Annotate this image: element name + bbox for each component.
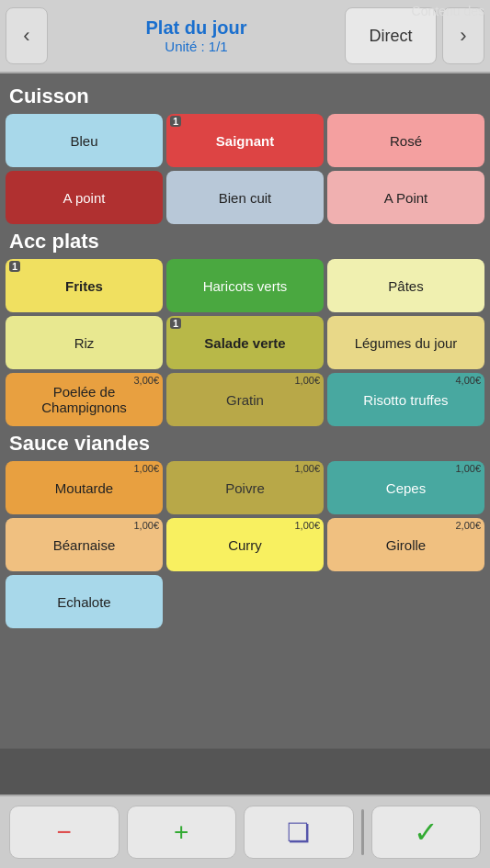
cell-cuisson-2[interactable]: Rosé (327, 114, 484, 167)
cell-label-sauce-viandes-1: Poivre (225, 480, 265, 496)
plus-button[interactable]: + (127, 806, 237, 859)
cell-sauce-viandes-3[interactable]: 1,00€Béarnaise (6, 518, 163, 571)
copy-icon: ❏ (287, 817, 310, 848)
cell-sauce-viandes-5[interactable]: 2,00€Girolle (327, 518, 484, 571)
cell-label-acc-plats-5: Légumes du jour (355, 335, 458, 351)
cell-label-sauce-viandes-0: Moutarde (55, 480, 113, 496)
cell-sauce-viandes-4[interactable]: 1,00€Curry (166, 518, 324, 571)
cell-label-acc-plats-3: Riz (74, 335, 95, 351)
next-icon: › (460, 24, 466, 48)
contenu-label: Contenu des (412, 4, 484, 18)
badge-acc-plats-0: 1 (9, 261, 20, 272)
check-icon: ✓ (414, 815, 439, 850)
cell-acc-plats-1[interactable]: Haricots verts (166, 259, 324, 312)
badge-cuisson-1: 1 (170, 116, 181, 127)
badge-acc-plats-4: 1 (170, 318, 181, 329)
main-content: CuissonBleu1SaignantRoséA pointBien cuit… (0, 73, 490, 749)
price-sauce-viandes-5: 2,00€ (455, 520, 481, 531)
cell-acc-plats-8[interactable]: 4,00€Risotto truffes (327, 373, 484, 426)
price-sauce-viandes-4: 1,00€ (294, 520, 320, 531)
cell-label-acc-plats-8: Risotto truffes (363, 392, 448, 408)
price-acc-plats-6: 3,00€ (133, 375, 159, 386)
plate-subtitle: Unité : 1/1 (165, 39, 227, 54)
section-title-acc-plats: Acc plats (9, 230, 484, 254)
cell-label-cuisson-1: Saignant (216, 133, 274, 149)
cell-label-cuisson-4: Bien cuit (219, 190, 272, 206)
cell-label-cuisson-2: Rosé (390, 133, 422, 149)
cell-label-acc-plats-4: Salade verte (204, 335, 285, 351)
cell-label-sauce-viandes-4: Curry (228, 537, 262, 553)
cell-label-acc-plats-1: Haricots verts (203, 278, 288, 294)
cell-cuisson-3[interactable]: A point (6, 171, 163, 224)
cell-cuisson-1[interactable]: 1Saignant (166, 114, 324, 167)
section-title-sauce-viandes: Sauce viandes (9, 432, 484, 456)
cell-acc-plats-2[interactable]: Pâtes (327, 259, 484, 312)
cell-label-cuisson-5: A Point (384, 190, 428, 206)
cell-acc-plats-4[interactable]: 1Salade verte (166, 316, 324, 369)
price-sauce-viandes-3: 1,00€ (133, 520, 159, 531)
cell-cuisson-5[interactable]: A Point (327, 171, 484, 224)
cell-sauce-viandes-1[interactable]: 1,00€Poivre (166, 461, 324, 514)
section-grid-acc-plats: 1FritesHaricots vertsPâtesRiz1Salade ver… (6, 259, 484, 426)
bottom-bar: − + ❏ ✓ (0, 795, 490, 868)
cell-cuisson-0[interactable]: Bleu (6, 114, 163, 167)
cell-label-acc-plats-7: Gratin (226, 392, 264, 408)
price-sauce-viandes-2: 1,00€ (455, 463, 481, 474)
price-acc-plats-8: 4,00€ (455, 375, 481, 386)
copy-button[interactable]: ❏ (244, 806, 354, 859)
cell-label-sauce-viandes-5: Girolle (386, 537, 426, 553)
minus-button[interactable]: − (9, 806, 120, 859)
cell-sauce-viandes-6[interactable]: Echalote (6, 575, 163, 628)
confirm-button[interactable]: ✓ (371, 806, 482, 859)
direct-label: Direct (369, 27, 412, 46)
price-sauce-viandes-1: 1,00€ (294, 463, 320, 474)
plate-title: Plat du jour (146, 17, 247, 39)
cell-acc-plats-6[interactable]: 3,00€Poelée de Champignons (6, 373, 163, 426)
section-title-cuisson: Cuisson (9, 85, 484, 108)
cell-acc-plats-5[interactable]: Légumes du jour (327, 316, 484, 369)
cell-acc-plats-0[interactable]: 1Frites (6, 259, 163, 312)
section-grid-cuisson: Bleu1SaignantRoséA pointBien cuitA Point (6, 114, 484, 224)
prev-icon: ‹ (23, 24, 29, 48)
cell-sauce-viandes-0[interactable]: 1,00€Moutarde (6, 461, 163, 514)
divider (361, 809, 364, 855)
cell-cuisson-4[interactable]: Bien cuit (166, 171, 324, 224)
cell-label-cuisson-0: Bleu (70, 133, 97, 149)
cell-label-acc-plats-0: Frites (65, 278, 103, 294)
cell-label-acc-plats-6: Poelée de Champignons (41, 384, 127, 415)
cell-label-sauce-viandes-2: Cepes (386, 480, 426, 496)
cell-acc-plats-3[interactable]: Riz (6, 316, 163, 369)
cell-label-sauce-viandes-6: Echalote (57, 594, 110, 610)
section-grid-sauce-viandes: 1,00€Moutarde1,00€Poivre1,00€Cepes1,00€B… (6, 461, 484, 628)
price-acc-plats-7: 1,00€ (294, 375, 320, 386)
prev-button[interactable]: ‹ (6, 7, 48, 64)
price-sauce-viandes-0: 1,00€ (133, 463, 159, 474)
title-block: Plat du jour Unité : 1/1 (53, 17, 339, 54)
plus-icon: + (174, 817, 188, 847)
cell-sauce-viandes-2[interactable]: 1,00€Cepes (327, 461, 484, 514)
cell-label-sauce-viandes-3: Béarnaise (53, 537, 116, 553)
minus-icon: − (57, 817, 72, 847)
cell-label-cuisson-3: A point (63, 190, 106, 206)
cell-label-acc-plats-2: Pâtes (388, 278, 423, 294)
cell-acc-plats-7[interactable]: 1,00€Gratin (166, 373, 324, 426)
